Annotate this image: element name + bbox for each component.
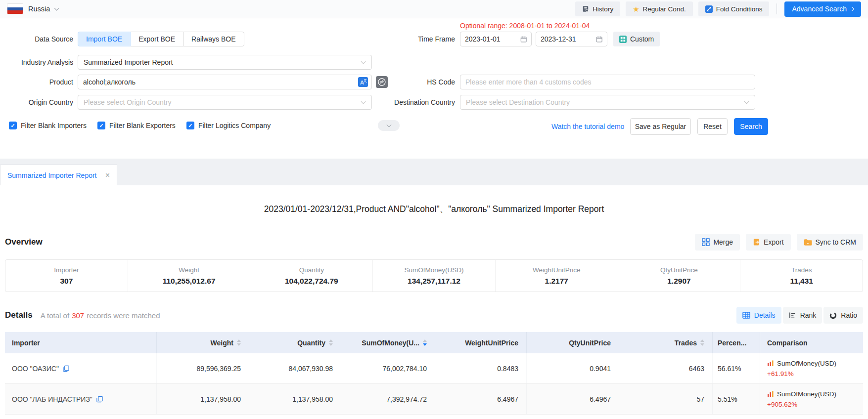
bar-chart-icon — [767, 360, 774, 367]
sum-of-money-cell: 7,392,974.72 — [341, 384, 435, 414]
date-to-input[interactable] — [541, 35, 596, 43]
sync-folder-icon — [804, 239, 812, 246]
custom-icon — [619, 36, 627, 43]
importer-name[interactable]: ООО "ОАЗИС" — [12, 365, 59, 373]
filter-blank-importers-checkbox[interactable]: ✓ Filter Blank Importers — [9, 122, 87, 129]
merge-icon — [702, 238, 710, 246]
percent-cell: 5.51% — [713, 384, 760, 414]
rank-icon — [789, 312, 796, 319]
stat-sum-of-money: SumOfMoney(USD) 134,257,117.12 — [373, 260, 496, 292]
sort-icon-active-desc[interactable] — [423, 339, 427, 346]
col-importer[interactable]: Importer — [5, 332, 157, 353]
table-row[interactable]: ООО "ЛАБ ИНДАСТРИЗ" 1,137,958.00 1,137,9… — [5, 384, 863, 415]
reset-button[interactable]: Reset — [697, 118, 728, 135]
sync-to-crm-button[interactable]: Sync to CRM — [797, 234, 863, 251]
view-rank-button[interactable]: Rank — [783, 307, 822, 324]
comparison-metric: SumOfMoney(USD) — [777, 390, 836, 398]
product-input[interactable] — [83, 78, 354, 86]
weight-unit-price-cell: 6.4967 — [435, 384, 527, 414]
copy-icon[interactable] — [63, 365, 69, 372]
comparison-change: +905.62% — [767, 401, 797, 408]
importer-name[interactable]: ООО "ЛАБ ИНДАСТРИЗ" — [12, 395, 92, 403]
regular-cond-button[interactable]: ★ Regular Cond. — [626, 1, 693, 16]
filter-blank-exporters-checkbox[interactable]: ✓ Filter Blank Exporters — [97, 122, 176, 129]
close-icon[interactable]: × — [105, 171, 110, 179]
comparison-cell: SumOfMoney(USD) +905.62% — [760, 384, 863, 414]
date-from-input[interactable] — [465, 35, 520, 43]
date-to-field[interactable] — [536, 32, 607, 46]
qty-unit-price-cell: 6.4967 — [527, 384, 619, 414]
merge-label: Merge — [713, 238, 733, 246]
country-selector[interactable]: Russia — [28, 5, 50, 13]
chevron-right-icon — [850, 7, 854, 11]
records-matched-text: A total of307records were matched — [41, 311, 160, 320]
translate-icon[interactable]: A — [358, 77, 368, 87]
history-icon — [582, 5, 589, 12]
chevron-down-icon — [744, 99, 749, 104]
advanced-search-button[interactable]: Advanced Search — [784, 1, 861, 17]
export-icon — [753, 238, 760, 246]
export-label: Export — [764, 238, 783, 246]
custom-button[interactable]: Custom — [613, 32, 660, 46]
ratio-donut-icon — [829, 312, 837, 319]
regular-cond-label: Regular Cond. — [643, 5, 686, 13]
star-icon: ★ — [633, 5, 639, 13]
stat-trades: Trades 11,431 — [740, 260, 863, 292]
destination-country-select[interactable]: Please select Destination Country — [460, 95, 755, 110]
sort-icon[interactable] — [237, 339, 241, 346]
percent-cell: 56.61% — [713, 353, 760, 383]
destination-country-placeholder: Please select Destination Country — [466, 98, 570, 106]
tab-summarized-importer-report[interactable]: Summarized Importer Report × — [0, 165, 117, 185]
tab-export-boe[interactable]: Export BOE — [130, 32, 183, 46]
col-percent[interactable]: Percen... — [713, 332, 760, 353]
hs-code-label: HS Code — [381, 75, 455, 89]
collapse-toggle[interactable] — [378, 120, 400, 131]
col-trades[interactable]: Trades — [619, 332, 713, 353]
fold-conditions-button[interactable]: Fold Conditions — [698, 1, 770, 16]
industry-analysis-select[interactable]: Summarized Importer Report — [78, 55, 372, 70]
col-qty-unit-price[interactable]: QtyUnitPrice — [527, 332, 619, 353]
view-ratio-button[interactable]: Ratio — [823, 307, 863, 324]
col-weight[interactable]: Weight — [157, 332, 249, 353]
copy-icon[interactable] — [96, 396, 103, 403]
origin-country-label: Origin Country — [0, 95, 73, 110]
search-button[interactable]: Search — [734, 118, 768, 135]
origin-country-select[interactable]: Please select Origin Country — [78, 95, 372, 110]
chevron-down-icon — [386, 123, 391, 127]
history-button[interactable]: History — [575, 1, 620, 16]
sync-to-crm-label: Sync to CRM — [816, 238, 856, 246]
col-sum-of-money[interactable]: SumOfMoney(U... — [341, 332, 435, 353]
chevron-down-icon[interactable] — [54, 5, 59, 10]
export-button[interactable]: Export — [746, 234, 790, 251]
history-label: History — [593, 5, 613, 13]
sum-of-money-cell: 76,002,784.10 — [341, 353, 435, 383]
overview-stats: Importer 307 Weight 110,255,012.67 Quant… — [5, 259, 863, 292]
fold-conditions-label: Fold Conditions — [716, 5, 763, 13]
bar-chart-icon — [767, 391, 774, 397]
tab-import-boe[interactable]: Import BOE — [78, 32, 131, 46]
tab-railways-boe[interactable]: Railways BOE — [183, 32, 244, 46]
view-details-button[interactable]: Details — [736, 307, 781, 324]
checkbox-checked-icon: ✓ — [97, 122, 105, 129]
col-comparison[interactable]: Comparison — [760, 332, 863, 353]
col-quantity[interactable]: Quantity — [249, 332, 341, 353]
sort-icon[interactable] — [329, 339, 333, 346]
col-weight-unit-price[interactable]: WeightUnitPrice — [435, 332, 527, 353]
table-row[interactable]: ООО "ОАЗИС" 89,596,369.25 84,067,930.98 … — [5, 353, 863, 384]
hs-code-input[interactable] — [465, 78, 750, 86]
tutorial-demo-link[interactable]: Watch the tutorial demo — [551, 118, 624, 135]
save-as-regular-button[interactable]: Save as Regular — [630, 118, 691, 135]
merge-button[interactable]: Merge — [695, 234, 740, 251]
svg-text:A: A — [360, 80, 364, 85]
sort-icon[interactable] — [700, 339, 704, 346]
data-source-label: Data Source — [0, 32, 73, 46]
divider — [777, 3, 777, 14]
advanced-search-label: Advanced Search — [792, 5, 847, 13]
table-icon — [742, 312, 750, 319]
date-from-field[interactable] — [460, 32, 532, 46]
optional-range-note: Optional range: 2008-01-01 to 2024-01-04 — [460, 22, 590, 30]
view-rank-label: Rank — [800, 311, 817, 319]
hs-code-field[interactable] — [460, 75, 755, 89]
product-field[interactable] — [78, 75, 372, 89]
filter-logitics-company-checkbox[interactable]: ✓ Filter Logitics Company — [186, 122, 271, 129]
